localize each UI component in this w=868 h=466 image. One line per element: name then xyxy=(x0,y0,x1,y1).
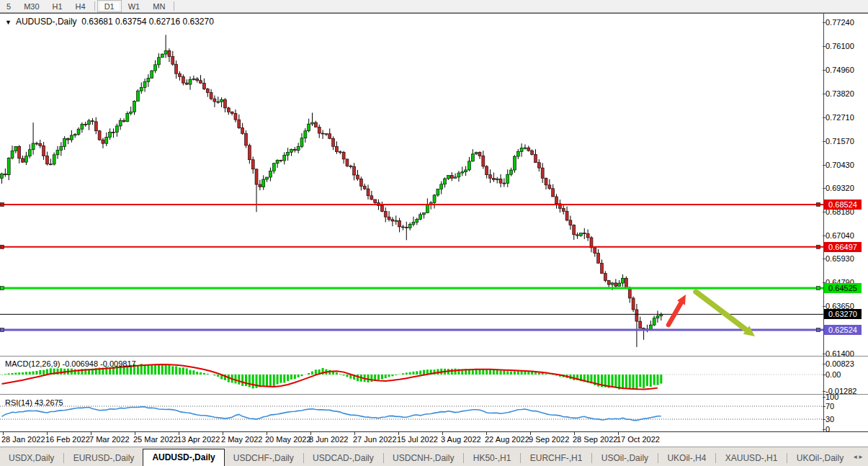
rsi-tick-0: 0 xyxy=(826,425,868,434)
time-label-7: 20 May 2022 xyxy=(265,435,311,444)
time-label-2: 16 Feb 2022 xyxy=(45,435,90,444)
price-tick-0.70430: 0.70430 xyxy=(826,161,868,169)
trading-platform-window: 5M30H1H4D1W1MN ▼AUDUSD-,Daily 0.63681 0.… xyxy=(0,0,868,466)
timeframe-button-h1[interactable]: H1 xyxy=(46,0,69,12)
time-label-11: 3 Aug 2022 xyxy=(441,435,481,444)
timeframe-button-d1[interactable]: D1 xyxy=(97,0,122,12)
time-label-14: 28 Sep 2022 xyxy=(573,435,617,444)
macd-label: MACD(12,26,9) -0.006948 -0.009817 xyxy=(5,359,136,368)
timeframe-button-w1[interactable]: W1 xyxy=(122,0,147,12)
main-price-chart[interactable] xyxy=(0,14,823,356)
chart-tab-bar: USDX,DailyEURUSD-,DailyAUDUSD-,DailyUSDC… xyxy=(0,447,868,466)
time-label-13: 9 Sep 2022 xyxy=(529,435,569,444)
axis-border xyxy=(823,14,824,446)
toolbar-separator xyxy=(174,1,174,11)
time-label-10: 15 Jul 2022 xyxy=(397,435,438,444)
chart-tab-usdxdaily[interactable]: USDX,Daily xyxy=(0,451,63,466)
ohlc-low: 0.62716 xyxy=(149,17,180,27)
chart-tab-audusddaily[interactable]: AUDUSD-,Daily xyxy=(143,449,224,466)
chart-tab-usdcaddaily[interactable]: USDCAD-,Daily xyxy=(304,451,382,466)
time-label-4: 25 Mar 2022 xyxy=(133,435,178,444)
price-flag-0.64525: 0.64525 xyxy=(824,283,862,293)
chart-tab-ukoildaily[interactable]: UKOil-,Daily xyxy=(788,451,852,466)
chart-tab-usoildaily[interactable]: USOil-,Daily xyxy=(593,451,657,466)
time-label-5: 13 Apr 2022 xyxy=(177,435,220,444)
price-flag-0.62524: 0.62524 xyxy=(824,325,862,335)
macd-tick-0.00: 0.00 xyxy=(826,370,868,379)
rsi-tick-30: 30 xyxy=(826,415,868,424)
rsi-tick-100: 100 xyxy=(826,393,868,401)
timeframe-button-h4[interactable]: H4 xyxy=(69,0,92,12)
chart-tab-usdcnhdaily[interactable]: USDCNH-,Daily xyxy=(384,451,462,466)
ohlc-close: 0.63270 xyxy=(182,17,213,27)
price-tick-0.67040: 0.67040 xyxy=(826,231,868,240)
rsi-tick-70: 70 xyxy=(826,402,868,411)
price-tick-0.74960: 0.74960 xyxy=(826,66,868,74)
price-flag-0.63270: 0.63270 xyxy=(824,309,862,319)
price-tick-0.77240: 0.77240 xyxy=(826,18,868,27)
timeframe-button-mn[interactable]: MN xyxy=(146,0,171,12)
chart-tab-ukoilh4[interactable]: UKOil-,H4 xyxy=(658,451,715,466)
time-label-8: 8 Jun 2022 xyxy=(309,435,348,444)
up-arrow[interactable] xyxy=(668,303,681,325)
price-flag-0.68524: 0.68524 xyxy=(824,200,862,210)
time-label-15: 17 Oct 2022 xyxy=(617,435,660,444)
chart-tab-eurchfh1[interactable]: EURCHF-,H1 xyxy=(522,451,591,466)
symbol-dropdown-icon[interactable]: ▼ xyxy=(5,19,12,26)
tab-scroll-arrows: ◄► xyxy=(852,447,868,466)
chart-tab-eurusddaily[interactable]: EURUSD-,Daily xyxy=(65,451,143,466)
chart-tab-xauusdh1[interactable]: XAUUSD-,H1 xyxy=(717,451,787,466)
chart-title: ▼AUDUSD-,Daily 0.63681 0.63754 0.62716 0… xyxy=(5,17,214,27)
time-label-12: 22 Aug 2022 xyxy=(485,435,529,444)
time-label-6: 2 May 2022 xyxy=(221,435,262,444)
rsi-label: RSI(14) 43.2675 xyxy=(5,398,63,407)
scroll-left-icon[interactable]: ◄ xyxy=(852,454,858,460)
price-tick-0.69320: 0.69320 xyxy=(826,184,868,192)
macd-tick-0.00823: 0.00823 xyxy=(826,359,868,368)
chart-tab-hk50h1[interactable]: HK50-,H1 xyxy=(465,451,520,466)
price-tick-0.76100: 0.76100 xyxy=(826,42,868,50)
toolbar-separator xyxy=(94,1,95,11)
price-tick-0.72710: 0.72710 xyxy=(826,113,868,122)
time-label-3: 7 Mar 2022 xyxy=(89,435,130,444)
rsi-indicator-panel[interactable] xyxy=(0,396,823,431)
chart-window: ▼AUDUSD-,Daily 0.63681 0.63754 0.62716 0… xyxy=(0,13,868,445)
time-label-1: 28 Jan 2022 xyxy=(1,435,45,444)
down-arrow[interactable] xyxy=(696,292,746,330)
timeframe-button-m30[interactable]: M30 xyxy=(17,0,45,12)
timeframe-toolbar: 5M30H1H4D1W1MN xyxy=(0,0,868,13)
symbol-name: AUDUSD-,Daily xyxy=(16,17,77,27)
price-tick-0.65930: 0.65930 xyxy=(826,254,868,263)
chart-tab-usdchfdaily[interactable]: USDCHF-,Daily xyxy=(225,451,303,466)
price-flag-0.66497: 0.66497 xyxy=(824,242,862,252)
price-tick-0.71570: 0.71570 xyxy=(826,137,868,145)
time-label-9: 27 Jun 2022 xyxy=(353,435,397,444)
ohlc-open: 0.63681 xyxy=(81,17,112,27)
price-tick-0.73820: 0.73820 xyxy=(826,89,868,98)
scroll-right-icon[interactable]: ► xyxy=(858,454,864,460)
time-axis[interactable]: 28 Jan 202216 Feb 20227 Mar 202225 Mar 2… xyxy=(0,431,868,446)
panel-divider[interactable] xyxy=(0,394,868,395)
ohlc-high: 0.63754 xyxy=(115,17,146,27)
timeframe-button-5[interactable]: 5 xyxy=(0,0,17,12)
price-tick-0.61400: 0.61400 xyxy=(826,349,868,358)
